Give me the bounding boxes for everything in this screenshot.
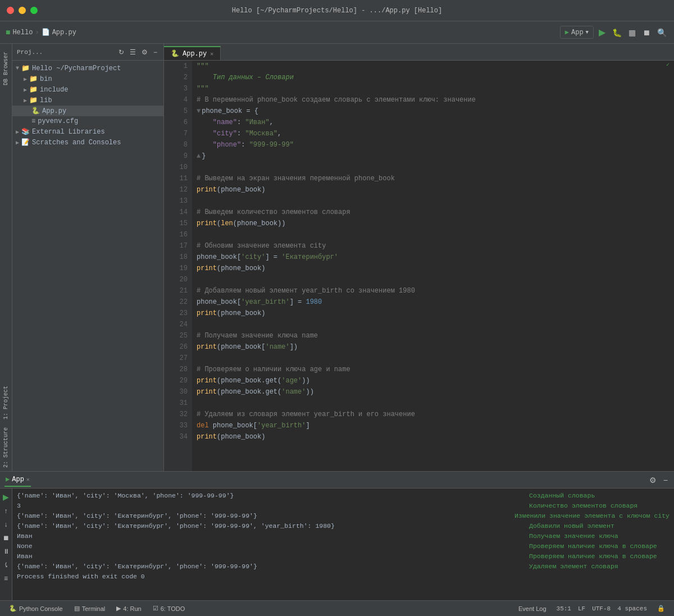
run-pause-button[interactable]: ⏸ bbox=[1, 546, 11, 557]
code-editor[interactable]: """ Тип данных – Словари """ # В перемен… bbox=[192, 61, 666, 471]
run-play-button[interactable]: ▶ bbox=[1, 491, 11, 503]
tree-arrow-scratches: ▶ bbox=[16, 139, 19, 146]
todo-label: 6: TODO bbox=[161, 605, 185, 612]
output-line-8: {'name': 'Иван', 'city': 'Екатеринбург',… bbox=[17, 562, 670, 572]
code-line-23: print(phone_book) bbox=[197, 308, 662, 319]
run-side-tools: ▶ ↑ ↓ ⏹ ⏸ ⤹ ≡ bbox=[0, 489, 12, 600]
tree-item-ext-libs[interactable]: ▶ 📚 External Libraries bbox=[12, 126, 163, 137]
tree-arrow-bin: ▶ bbox=[24, 76, 27, 83]
window-title: Hello [~/PycharmProjects/Hello] - .../Ap… bbox=[232, 7, 442, 15]
bottom-settings-icon[interactable]: ⚙ bbox=[648, 474, 658, 486]
run-button[interactable]: ▶ bbox=[597, 25, 607, 39]
folder-icon-lib: 📁 bbox=[29, 96, 38, 104]
code-line-18: phone_book['city'] = 'Екатеринбург' bbox=[197, 252, 662, 263]
code-line-28: # Проверяем о наличии ключа age и name bbox=[197, 364, 662, 375]
minimize-button[interactable] bbox=[19, 7, 26, 14]
run-output: {'name': 'Иван', 'city': 'Москва', 'phon… bbox=[12, 489, 674, 600]
gutter-ok-icon: ✓ bbox=[666, 62, 670, 68]
run-tab-status-label: 4: Run bbox=[123, 605, 141, 612]
tree-label-bin: bin bbox=[40, 75, 52, 83]
breadcrumb-file[interactable]: App.py bbox=[52, 29, 76, 36]
tree-label-app-py: App.py bbox=[42, 107, 66, 115]
sidebar-collapse-icon[interactable]: − bbox=[152, 47, 159, 58]
right-gutter: ✓ bbox=[666, 61, 674, 471]
statusbar: 🐍 Python Console ▤ Terminal ▶ 4: Run ☑ 6… bbox=[0, 600, 674, 616]
run-down-button[interactable]: ↓ bbox=[3, 519, 10, 530]
close-button[interactable] bbox=[7, 7, 14, 14]
git-icon[interactable]: 🔒 bbox=[654, 604, 668, 613]
code-line-9: ▲} bbox=[197, 150, 662, 162]
search-button[interactable]: 🔍 bbox=[655, 26, 668, 39]
tree-item-app-py[interactable]: 🐍 App.py bbox=[12, 106, 163, 116]
code-line-12: print(phone_book) bbox=[197, 184, 662, 195]
sidebar-title: Proj... bbox=[17, 49, 43, 56]
maximize-button[interactable] bbox=[30, 7, 38, 14]
debug-button[interactable]: 🐛 bbox=[611, 26, 623, 39]
project-tab[interactable]: 1: Project bbox=[2, 382, 10, 423]
output-line-7: Иван Проверяем наличие ключа в словаре bbox=[17, 551, 670, 562]
tree-item-scratches[interactable]: ▶ 📝 Scratches and Consoles bbox=[12, 137, 163, 148]
statusbar-right: Event Log 35:1 LF UTF-8 4 spaces 🔒 bbox=[515, 604, 668, 613]
coverage-button[interactable]: ▦ bbox=[627, 26, 637, 39]
code-line-10 bbox=[197, 162, 662, 173]
output-text-6: None bbox=[17, 541, 518, 551]
stop-button[interactable]: ⏹ bbox=[641, 26, 652, 39]
cursor-position: 35:1 bbox=[557, 605, 571, 612]
tree-item-pyvenv[interactable]: ≡ pyvenv.cfg bbox=[12, 116, 163, 126]
output-comment-2: Количество элементов словаря bbox=[529, 501, 670, 511]
editor-tab-app-py[interactable]: 🐍 App.py ✕ bbox=[164, 46, 221, 60]
output-line-1: {'name': 'Иван', 'city': 'Москва', 'phon… bbox=[17, 491, 670, 501]
tree-arrow-ext-libs: ▶ bbox=[16, 129, 19, 135]
db-browser-tab[interactable]: DB Browser bbox=[2, 48, 10, 89]
window-controls[interactable] bbox=[7, 7, 38, 14]
tree-item-include[interactable]: ▶ 📁 include bbox=[12, 84, 163, 95]
structure-tab[interactable]: 2: Structure bbox=[2, 424, 10, 471]
output-comment-4: Добавили новый элемент bbox=[529, 521, 670, 531]
py-icon-app: 🐍 bbox=[31, 107, 40, 115]
tab-close-app-py[interactable]: ✕ bbox=[210, 51, 213, 57]
line-separator: LF bbox=[578, 605, 585, 612]
tree-item-hello[interactable]: ▼ 📁 Hello ~/PycharmProject bbox=[12, 63, 163, 74]
code-line-6: "name": "Иван", bbox=[197, 117, 662, 128]
bottom-panel-tabs: ▶ App ✕ ⚙ − bbox=[0, 472, 674, 489]
code-line-25: # Получаем значение ключа name bbox=[197, 330, 662, 341]
terminal-icon: ▤ bbox=[74, 605, 80, 612]
code-line-32: # Удаляем из словаря элемент year_birth … bbox=[197, 409, 662, 420]
output-line-3: {'name': 'Иван', 'city': 'Екатеринбург',… bbox=[17, 511, 670, 521]
sidebar-sync-icon[interactable]: ↻ bbox=[117, 47, 126, 58]
run-config-selector[interactable]: ▶ App ▼ bbox=[560, 26, 594, 39]
run-up-button[interactable]: ↑ bbox=[3, 505, 10, 517]
terminal-button[interactable]: ▤ Terminal bbox=[71, 604, 109, 613]
sidebar-settings-icon[interactable]: ⚙ bbox=[140, 47, 149, 58]
todo-button[interactable]: ☑ 6: TODO bbox=[149, 604, 189, 613]
run-scroll-button[interactable]: ≡ bbox=[2, 573, 10, 584]
sidebar: Proj... ↻ ☰ ⚙ − ▼ 📁 Hello ~/PycharmProje… bbox=[12, 44, 164, 471]
event-log-button[interactable]: Event Log bbox=[515, 604, 550, 613]
code-line-11: # Выведем на экран значения переменной p… bbox=[197, 173, 662, 184]
cfg-icon-pyvenv: ≡ bbox=[31, 117, 35, 125]
sidebar-filter-icon[interactable]: ☰ bbox=[128, 47, 138, 58]
code-line-27 bbox=[197, 353, 662, 364]
output-comment-8: Удаляем элемент словаря bbox=[529, 562, 670, 572]
code-line-22: phone_book['year_birth'] = 1980 bbox=[197, 296, 662, 308]
tab-label-app-py: App.py bbox=[183, 50, 207, 58]
bottom-minimize-icon[interactable]: − bbox=[662, 474, 670, 486]
run-tab-label: App bbox=[12, 476, 24, 483]
python-console-button[interactable]: 🐍 Python Console bbox=[6, 604, 66, 613]
run-tab-button[interactable]: ▶ 4: Run bbox=[113, 604, 144, 613]
run-wrap-button[interactable]: ⤹ bbox=[2, 559, 11, 571]
editor-content[interactable]: 1 2 3 4 5 6 7 8 9 10 11 12 13 14 15 16 1… bbox=[164, 61, 674, 471]
output-comment-3: Изменили значение элемента с ключом city bbox=[514, 511, 670, 521]
run-tab-close[interactable]: ✕ bbox=[26, 476, 30, 483]
scratches-icon: 📝 bbox=[21, 138, 30, 147]
tree-item-bin[interactable]: ▶ 📁 bin bbox=[12, 74, 163, 84]
code-line-26: print(phone_book['name']) bbox=[197, 341, 662, 353]
run-stop-button[interactable]: ⏹ bbox=[1, 532, 11, 544]
code-line-4: # В переменной phone_book создаем словар… bbox=[197, 94, 662, 106]
output-line-4: {'name': 'Иван', 'city': 'Екатеринбург',… bbox=[17, 521, 670, 531]
file-tree: ▼ 📁 Hello ~/PycharmProject ▶ 📁 bin ▶ 📁 i… bbox=[12, 61, 163, 471]
tree-item-lib[interactable]: ▶ 📁 lib bbox=[12, 95, 163, 106]
breadcrumb-project[interactable]: Hello bbox=[12, 29, 33, 36]
code-line-2: Тип данных – Словари bbox=[197, 72, 662, 83]
run-tab[interactable]: ▶ App ✕ bbox=[4, 473, 31, 487]
